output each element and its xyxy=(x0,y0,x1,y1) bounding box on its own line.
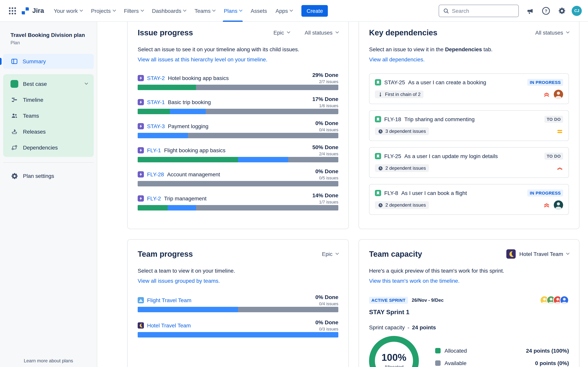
chevron-down-icon xyxy=(183,8,186,11)
jira-logo-icon xyxy=(21,6,30,15)
plan-header: Travel Booking Division plan Plan xyxy=(0,32,97,45)
chevron-down-icon xyxy=(566,251,570,255)
issue-key-link[interactable]: STAY-3 xyxy=(147,123,165,129)
issue-count: 1/7 issues xyxy=(312,200,338,204)
sidebar-item-timeline[interactable]: Timeline xyxy=(5,92,92,108)
chevron-down-icon xyxy=(336,251,339,255)
sidebar-item-teams[interactable]: Teams xyxy=(5,108,92,124)
nav-assets[interactable]: Assets xyxy=(246,0,271,22)
chain-position-pill[interactable]: First in chain of 2 xyxy=(375,91,424,98)
card-description: Select a team to view it on your timelin… xyxy=(138,267,338,275)
status-badge: TO DO xyxy=(545,116,563,123)
sidebar-item-plan-settings[interactable]: Plan settings xyxy=(3,168,94,184)
view-all-dependencies-link[interactable]: View all dependencies. xyxy=(369,56,569,63)
issue-count: 0/4 issues xyxy=(315,127,338,132)
done-percent: 17% Done xyxy=(312,96,338,102)
issue-progress-row: STAY-2 Hotel booking app basics 29% Done… xyxy=(138,74,338,90)
done-percent: 50% Done xyxy=(312,144,338,150)
issue-key-link[interactable]: FLY-1 xyxy=(147,147,161,153)
progress-done-segment xyxy=(138,109,170,114)
app-switcher-icon[interactable] xyxy=(6,4,19,17)
issue-key-link[interactable]: FLY-28 xyxy=(147,171,164,177)
progress-bar xyxy=(138,85,338,90)
story-icon xyxy=(375,190,381,196)
search-input[interactable] xyxy=(439,4,519,17)
jira-logo[interactable]: Jira xyxy=(21,6,44,15)
status-filter-dropdown[interactable]: All statuses xyxy=(535,30,569,36)
sidebar-item-dependencies[interactable]: Dependencies xyxy=(5,139,92,155)
user-avatar[interactable]: CJ xyxy=(572,6,582,16)
nav-apps[interactable]: Apps xyxy=(271,0,297,22)
nav-plans[interactable]: Plans xyxy=(219,0,246,22)
issue-summary: Trip management xyxy=(164,195,207,201)
view-issues-by-team-link[interactable]: View all issues grouped by teams. xyxy=(138,277,338,285)
create-button[interactable]: Create xyxy=(302,5,328,17)
issue-key-link[interactable]: STAY-1 xyxy=(147,99,165,105)
team-selector-dropdown[interactable]: Hotel Travel Team xyxy=(507,249,569,259)
card-title: Team capacity xyxy=(369,249,422,259)
nav-dashboards[interactable]: Dashboards xyxy=(147,0,190,22)
capacity-label: Sprint capacity xyxy=(369,324,405,331)
nav-projects[interactable]: Projects xyxy=(87,0,120,22)
view-team-work-link[interactable]: View this team's work on the timeline. xyxy=(369,277,569,285)
nav-your-work[interactable]: Your work xyxy=(50,0,87,22)
help-icon[interactable]: ? xyxy=(540,4,552,17)
done-percent: 0% Done xyxy=(315,120,338,126)
settings-gear-icon[interactable] xyxy=(556,4,568,17)
epic-icon xyxy=(138,123,144,129)
nav-filters[interactable]: Filters xyxy=(120,0,147,22)
dependent-issues-pill[interactable]: 2 dependent issues xyxy=(375,201,429,209)
priority-highest-icon xyxy=(543,202,550,208)
card-description: Select an issue to see it on your timeli… xyxy=(138,45,338,53)
issue-key-link[interactable]: FLY-2 xyxy=(147,195,161,201)
sprint-capacity-line: Sprint capacity - 24 points xyxy=(369,324,569,331)
scenario-panel: Best case Timeline Teams Releases xyxy=(3,74,94,157)
nav-item-label: Projects xyxy=(91,8,111,14)
issue-count: 0/4 issues xyxy=(315,301,338,306)
nav-item-label: Dashboards xyxy=(152,8,181,14)
dropdown-label: Epic xyxy=(322,251,332,257)
dependency-item[interactable]: FLY-18 Trip sharing and commenting TO DO… xyxy=(369,110,569,141)
hotel-team-avatar xyxy=(507,249,516,259)
epic-filter-dropdown[interactable]: Epic xyxy=(273,30,290,36)
plan-subtitle: Plan xyxy=(10,40,91,45)
scenario-color-icon xyxy=(10,80,18,88)
pill-label: 3 dependent issues xyxy=(385,129,426,134)
issue-progress-row: STAY-1 Basic trip booking 17% Done 1/6 i… xyxy=(138,98,338,114)
sidebar-item-label: Timeline xyxy=(23,97,43,103)
nav-teams[interactable]: Teams xyxy=(190,0,219,22)
progress-inprogress-segment xyxy=(138,332,338,337)
team-name-link[interactable]: Hotel Travel Team xyxy=(147,322,191,329)
team-progress-list: Flight Travel Team 0% Done 0/4 issues xyxy=(138,296,338,337)
sidebar-item-label: Dependencies xyxy=(23,144,58,150)
sidebar-item-releases[interactable]: Releases xyxy=(5,124,92,139)
card-description: Here's a quick preview of this team's wo… xyxy=(369,267,569,275)
epic-filter-dropdown[interactable]: Epic xyxy=(322,251,338,257)
story-icon xyxy=(375,116,381,122)
dependent-issues-pill[interactable]: 3 dependent issues xyxy=(375,127,429,135)
dependency-item[interactable]: FLY-25 As a user I can update my login d… xyxy=(369,147,569,178)
team-name-link[interactable]: Flight Travel Team xyxy=(147,297,191,303)
dependency-item[interactable]: STAY-25 As a user I can create a booking… xyxy=(369,73,569,104)
dependent-issues-pill[interactable]: 2 dependent issues xyxy=(375,164,429,172)
nav-item-label: Apps xyxy=(276,8,288,14)
dependency-item[interactable]: FLY-8 As I user I can book a flight IN P… xyxy=(369,184,569,215)
scenario-selector[interactable]: Best case xyxy=(5,76,92,92)
done-percent: 29% Done xyxy=(312,72,338,78)
notifications-icon[interactable] xyxy=(524,4,536,17)
learn-more-link[interactable]: Learn more about plans xyxy=(0,358,97,364)
issue-progress-card: Issue progress Epic All statuses Select … xyxy=(127,18,349,229)
card-title: Team progress xyxy=(138,249,193,259)
summary-grid: Issue progress Epic All statuses Select … xyxy=(127,18,579,367)
view-all-issues-link[interactable]: View all issues at this hierarchy level … xyxy=(138,56,338,63)
issue-summary: Flight booking app basics xyxy=(164,147,225,153)
team-progress-card: Team progress Epic Select a team to view… xyxy=(127,239,349,367)
done-percent: 0% Done xyxy=(315,319,338,325)
member-avatar xyxy=(560,296,569,305)
releases-ship-icon xyxy=(10,128,18,135)
flight-team-avatar xyxy=(138,297,144,303)
issue-key-link[interactable]: STAY-2 xyxy=(147,75,165,81)
sidebar-item-summary[interactable]: Summary xyxy=(3,54,94,69)
search-field[interactable] xyxy=(452,8,515,14)
status-filter-dropdown[interactable]: All statuses xyxy=(305,30,338,36)
